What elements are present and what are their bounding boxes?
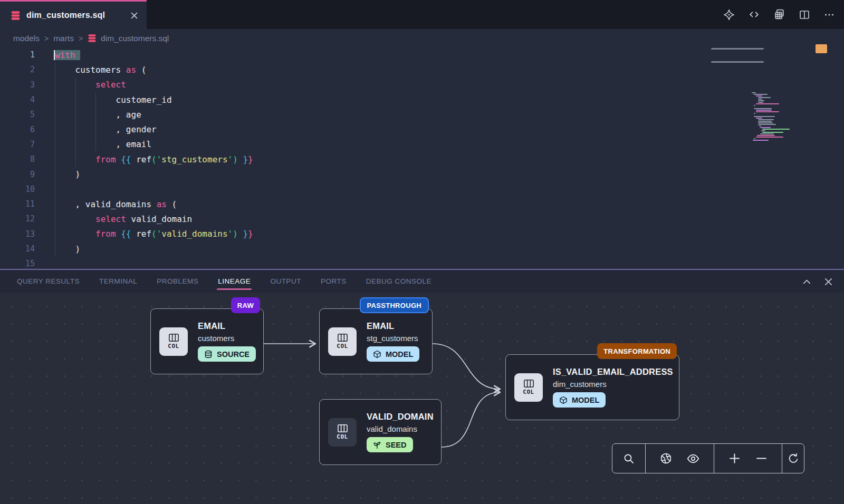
pill-label: MODEL: [572, 396, 599, 404]
cube-icon: [559, 396, 568, 404]
col-label: COL: [337, 433, 348, 440]
code-text: customers as (: [55, 65, 146, 75]
split-editor-icon[interactable]: [798, 8, 811, 21]
panel-tab-lineage[interactable]: LINEAGE: [218, 277, 251, 285]
pill-label: SEED: [386, 441, 407, 449]
panel-tab-debug-console[interactable]: DEBUG CONSOLE: [366, 277, 431, 285]
code-line-14[interactable]: 14 ): [0, 241, 844, 256]
line-number: 3: [0, 80, 35, 90]
code-text: with: [55, 50, 80, 60]
code-text: from {{ ref('valid_domains') }}: [55, 229, 253, 239]
breadcrumb-separator: >: [79, 34, 83, 43]
breadcrumb-file-label: dim_customers.sql: [101, 34, 169, 43]
eye-icon[interactable]: [686, 452, 700, 466]
line-number: 2: [0, 65, 35, 74]
node-type-pill-model[interactable]: MODEL: [367, 346, 419, 362]
column-type-icon: COL: [514, 373, 543, 402]
column-type-icon: COL: [328, 418, 357, 447]
code-text: select valid_domain: [55, 214, 192, 224]
panel-tab-terminal[interactable]: TERMINAL: [99, 277, 137, 285]
line-number: 4: [0, 95, 35, 104]
breadcrumb-models[interactable]: models: [13, 34, 40, 43]
breadcrumb-separator: >: [44, 34, 49, 43]
code-line-7[interactable]: 7 , email: [0, 137, 844, 152]
editor-tab-dim-customers[interactable]: dim_customers.sql: [0, 0, 147, 29]
refresh-icon[interactable]: [787, 452, 800, 465]
code-line-15[interactable]: 15: [0, 256, 844, 269]
line-number: 14: [0, 244, 35, 254]
code-text: select: [55, 80, 126, 90]
node-type-pill-seed[interactable]: SEED: [367, 437, 413, 452]
node-title: VALID_DOMAIN: [367, 412, 434, 422]
lineage-node-customers[interactable]: RAWCOLEMAILcustomersSOURCE: [150, 308, 264, 374]
minimap-decoration: [711, 61, 764, 63]
node-type-pill-source[interactable]: SOURCE: [198, 346, 256, 362]
col-label: COL: [168, 343, 179, 350]
node-subtitle: dim_customers: [553, 380, 672, 389]
code-line-13[interactable]: 13 from {{ ref('valid_domains') }}: [0, 227, 844, 241]
breadcrumb: models > marts > dim_customers.sql: [0, 29, 844, 47]
code-line-8[interactable]: 8 from {{ ref('stg_customers') }}: [0, 152, 844, 167]
dbt-icon[interactable]: [723, 8, 735, 21]
line-number: 13: [0, 229, 35, 239]
node-title: IS_VALID_EMAIL_ADDRESS: [553, 367, 672, 377]
code-editor[interactable]: 1with2 customers as (3 select4 customer_…: [0, 47, 844, 269]
database-icon: [204, 350, 213, 358]
lineage-node-stg_customers[interactable]: PASSTHROUGHCOLEMAILstg_customersMODEL: [319, 308, 433, 374]
code-line-9[interactable]: 9 ): [0, 167, 844, 181]
titlebar-actions: [723, 0, 836, 29]
minimap[interactable]: [752, 92, 813, 141]
code-icon[interactable]: [747, 8, 761, 21]
zoom-out-icon[interactable]: [755, 452, 768, 465]
col-label: COL: [337, 343, 348, 350]
node-subtitle: customers: [198, 334, 256, 343]
aperture-icon[interactable]: [659, 452, 673, 465]
line-number: 12: [0, 214, 35, 224]
line-number: 6: [0, 125, 35, 134]
chevron-up-icon[interactable]: [802, 277, 812, 287]
code-line-12[interactable]: 12 select valid_domain: [0, 211, 844, 226]
close-icon[interactable]: [130, 12, 138, 20]
zoom-in-icon[interactable]: [728, 452, 741, 465]
code-line-2[interactable]: 2 customers as (: [0, 62, 844, 77]
code-line-6[interactable]: 6 , gender: [0, 122, 844, 137]
line-number: 15: [0, 259, 35, 268]
lineage-node-dim_customers[interactable]: TRANSFORMATIONCOLIS_VALID_EMAIL_ADDRESSd…: [505, 354, 679, 420]
lineage-node-valid_domains[interactable]: COLVALID_DOMAINvalid_domainsSEED: [319, 399, 442, 465]
close-icon[interactable]: [823, 277, 833, 287]
panel-tab-problems[interactable]: PROBLEMS: [157, 277, 198, 285]
breadcrumb-file[interactable]: dim_customers.sql: [88, 34, 169, 43]
seedling-icon: [373, 441, 381, 449]
line-number: 8: [0, 154, 35, 164]
search-icon[interactable]: [622, 452, 635, 465]
code-text: , age: [55, 110, 141, 120]
panel-tab-output[interactable]: OUTPUT: [270, 277, 301, 285]
scrollbar-marker[interactable]: [816, 44, 827, 53]
database-icon: [11, 11, 21, 21]
title-bar: dim_customers.sql: [0, 0, 844, 29]
code-line-1[interactable]: 1with: [0, 47, 844, 62]
pill-label: MODEL: [386, 350, 413, 358]
code-line-11[interactable]: 11 , valid_domains as (: [0, 197, 844, 211]
breadcrumb-marts[interactable]: marts: [53, 34, 74, 43]
node-badge-transformation: TRANSFORMATION: [597, 343, 677, 359]
code-text: from {{ ref('stg_customers') }}: [55, 154, 253, 164]
code-line-4[interactable]: 4 customer_id: [0, 92, 844, 107]
line-number: 5: [0, 110, 35, 119]
copy-table-icon[interactable]: [773, 8, 786, 21]
lineage-edge: [433, 344, 500, 389]
panel-tab-query-results[interactable]: QUERY RESULTS: [17, 277, 80, 285]
panel-tab-ports[interactable]: PORTS: [321, 277, 347, 285]
code-text: ): [55, 244, 80, 254]
database-icon: [88, 34, 97, 43]
lineage-canvas[interactable]: RAWCOLEMAILcustomersSOURCEPASSTHROUGHCOL…: [0, 293, 844, 504]
code-line-5[interactable]: 5 , age: [0, 107, 844, 122]
more-icon[interactable]: [823, 8, 836, 21]
code-line-10[interactable]: 10: [0, 182, 844, 197]
node-type-pill-model[interactable]: MODEL: [553, 392, 606, 408]
minimap-decoration: [711, 48, 764, 50]
line-number: 11: [0, 199, 35, 209]
column-type-icon: COL: [328, 327, 357, 356]
code-line-3[interactable]: 3 select: [0, 77, 844, 92]
cube-icon: [373, 350, 381, 358]
